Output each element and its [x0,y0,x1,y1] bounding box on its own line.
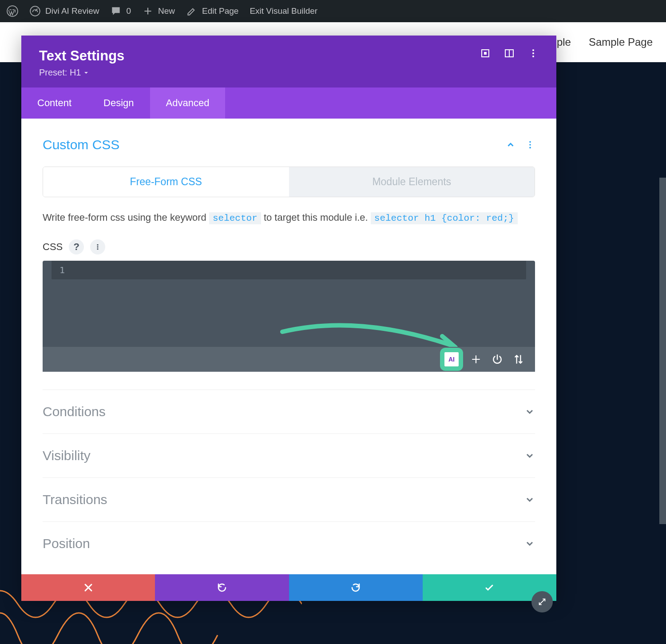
new-link[interactable]: New [142,5,175,17]
custom-css-title: Custom CSS [43,137,119,152]
modal-header: Text Settings Preset: H1 [21,36,556,87]
plus-icon[interactable] [470,354,482,365]
position-title: Position [43,536,90,551]
text-settings-modal: Text Settings Preset: H1 Content Design … [21,36,556,601]
tab-advanced[interactable]: Advanced [150,87,226,119]
comments-count: 0 [126,6,131,16]
redo-button[interactable] [289,574,423,601]
responsive-icon[interactable] [480,48,491,59]
close-icon [83,582,94,593]
dark-background-strip [551,62,666,529]
expand-icon [537,597,547,607]
css-subtabs: Free-Form CSS Module Elements [43,167,535,197]
tab-content[interactable]: Content [21,87,87,119]
scrollbar-track[interactable] [659,178,666,524]
resize-handle[interactable] [531,591,553,612]
nav-link-sample[interactable]: Sample Page [589,36,653,48]
helper-code-example: selector h1 {color: red;} [371,212,518,224]
site-name-link[interactable]: Divi AI Review [29,5,99,17]
css-code-editor[interactable]: 1 AI [43,261,535,372]
section-conditions[interactable]: Conditions [43,390,535,433]
cancel-button[interactable] [21,574,155,601]
kebab-icon [94,243,101,250]
redo-icon [350,582,361,593]
undo-icon [217,582,227,593]
exit-builder-link[interactable]: Exit Visual Builder [250,6,317,16]
line-number: 1 [59,265,65,275]
css-helper-text: Write free-form css using the keyword se… [43,210,535,226]
sort-arrows-icon[interactable] [513,354,524,365]
svg-point-6 [532,49,534,51]
caret-down-icon [83,70,89,76]
exit-builder-label: Exit Visual Builder [250,6,317,16]
ai-label: AI [448,356,455,363]
code-toolbar: AI [43,347,535,372]
preset-label: Preset: H1 [39,68,81,78]
svg-point-7 [532,52,534,54]
modal-body: Custom CSS Free-Form CSS Module Elements… [21,119,556,574]
chevron-up-icon[interactable] [506,140,515,150]
helper-middle: to target this module i.e. [264,212,371,223]
svg-point-11 [529,147,531,149]
kebab-icon[interactable] [525,140,535,150]
svg-point-13 [97,246,99,247]
css-label-row: CSS ? [43,239,535,254]
chevron-down-icon [524,450,535,461]
wordpress-icon [7,5,18,17]
comments-link[interactable]: 0 [110,5,131,17]
helper-code-selector: selector [209,212,261,224]
code-line-1: 1 [52,261,526,279]
modal-footer [21,574,556,601]
section-custom-css-head[interactable]: Custom CSS [43,132,535,158]
preset-dropdown[interactable]: Preset: H1 [39,68,124,78]
tab-design[interactable]: Design [87,87,150,119]
help-button[interactable]: ? [69,239,84,254]
wp-admin-bar: Divi AI Review 0 New Edit Page Exit Visu… [0,0,666,22]
undo-button[interactable] [155,574,289,601]
section-visibility[interactable]: Visibility [43,433,535,477]
transitions-title: Transitions [43,492,107,507]
svg-point-14 [97,248,99,250]
plus-icon [142,5,154,17]
conditions-title: Conditions [43,404,106,419]
tab-module-elements[interactable]: Module Elements [289,167,535,197]
section-transitions[interactable]: Transitions [43,477,535,521]
edit-page-link[interactable]: Edit Page [186,5,238,17]
tab-free-form-css[interactable]: Free-Form CSS [43,167,289,197]
wp-logo[interactable] [7,5,18,17]
section-position[interactable]: Position [43,521,535,565]
dashboard-icon [29,5,41,17]
edit-page-label: Edit Page [202,6,238,16]
visibility-title: Visibility [43,448,91,463]
css-label: CSS [43,241,63,253]
help-symbol: ? [74,241,79,253]
svg-point-12 [97,244,99,245]
ai-button[interactable]: AI [443,350,460,368]
svg-point-9 [529,141,531,143]
columns-icon[interactable] [504,48,515,59]
svg-point-10 [529,144,531,146]
comment-icon [110,5,122,17]
power-icon[interactable] [492,354,503,365]
css-options-button[interactable] [90,239,105,254]
kebab-icon[interactable] [528,48,539,59]
check-icon [484,582,495,593]
new-label: New [158,6,175,16]
chevron-down-icon [524,406,535,417]
chevron-down-icon [524,538,535,549]
modal-title: Text Settings [39,48,124,64]
svg-rect-3 [484,52,487,55]
site-name: Divi AI Review [45,6,99,16]
helper-prefix: Write free-form css using the keyword [43,212,209,223]
nav-link-partial[interactable]: ple [557,36,571,48]
pencil-icon [186,5,198,17]
svg-point-8 [532,56,534,57]
chevron-down-icon [524,494,535,505]
settings-tabs: Content Design Advanced [21,87,556,119]
